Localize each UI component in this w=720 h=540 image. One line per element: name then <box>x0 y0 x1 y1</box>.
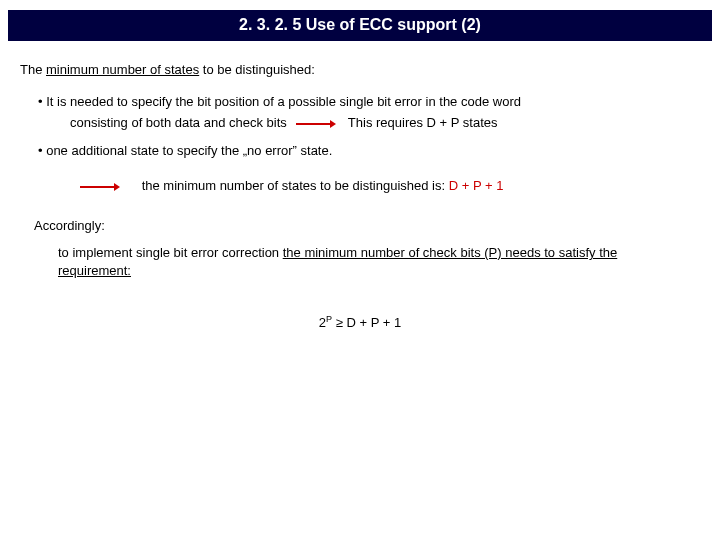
bullet-2: • one additional state to specify the „n… <box>38 142 702 160</box>
bullet-1: • It is needed to specify the bit positi… <box>38 93 702 111</box>
intro-pre: The <box>20 62 46 77</box>
formula: 2P ≥ D + P + 1 <box>18 313 702 332</box>
arrow-right-icon <box>80 182 120 192</box>
impl-pre: to implement single bit error correction <box>58 245 283 260</box>
formula-post: ≥ D + P + 1 <box>332 316 401 331</box>
svg-marker-1 <box>330 120 336 128</box>
intro-post: to be distinguished: <box>199 62 315 77</box>
formula-sup: P <box>326 314 332 324</box>
min-states-expr: D + P + 1 <box>449 178 504 193</box>
min-states-line: the minimum number of states to be disti… <box>80 177 702 195</box>
bullet-1-sub: consisting of both data and check bits T… <box>70 114 702 132</box>
accordingly-label: Accordingly: <box>34 217 702 235</box>
bullet-1-sub-post: This requires D + P states <box>348 115 498 130</box>
slide-body: The minimum number of states to be disti… <box>0 41 720 332</box>
formula-base: 2 <box>319 316 326 331</box>
bullet-1-sub-pre: consisting of both data and check bits <box>70 115 287 130</box>
intro-line: The minimum number of states to be disti… <box>20 61 702 79</box>
slide-title: 2. 3. 2. 5 Use of ECC support (2) <box>8 10 712 41</box>
svg-marker-3 <box>114 183 120 191</box>
slide: 2. 3. 2. 5 Use of ECC support (2) The mi… <box>0 10 720 540</box>
implementation-text: to implement single bit error correction… <box>58 244 658 279</box>
min-states-text: the minimum number of states to be disti… <box>142 178 449 193</box>
arrow-right-icon <box>296 119 336 129</box>
intro-underline: minimum number of states <box>46 62 199 77</box>
